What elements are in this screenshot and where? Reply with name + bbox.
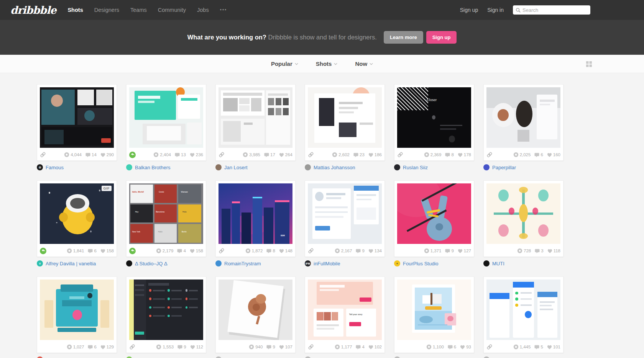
avatar[interactable] <box>37 356 43 358</box>
avatar[interactable] <box>215 164 222 170</box>
avatar[interactable] <box>126 356 132 358</box>
attachment-icon[interactable] <box>308 248 314 254</box>
filter-timeframe-now[interactable]: Now <box>355 60 373 67</box>
author-name-link[interactable]: Balkan Brothers <box>135 165 171 170</box>
filter-shots[interactable]: Shots <box>316 60 338 67</box>
shot-card[interactable]: 2,60223186 <box>305 84 385 161</box>
avatar[interactable] <box>215 260 222 266</box>
avatar[interactable] <box>394 356 400 358</box>
likes-stat[interactable]: 290 <box>100 152 114 157</box>
shot-card[interactable]: 1,0276129 <box>37 276 117 353</box>
nav-community[interactable]: Community <box>158 7 186 13</box>
signin-link[interactable]: Sign in <box>487 7 504 13</box>
views-stat[interactable]: 2,602 <box>332 152 350 157</box>
views-stat[interactable]: 1,177 <box>335 344 352 350</box>
comments-stat[interactable]: 9 <box>356 248 364 253</box>
comments-stat[interactable]: 5 <box>534 345 543 350</box>
likes-stat[interactable]: 107 <box>279 345 292 350</box>
shot-card[interactable]: 1,4455101 <box>483 276 564 353</box>
author-name-link[interactable]: Ruslan Siiz <box>403 165 428 170</box>
likes-stat[interactable]: 101 <box>547 345 560 350</box>
shot-card[interactable]: 1,100693 <box>394 276 474 353</box>
shot-card[interactable]: Hello, World!CześćWarsawHeyBarcelonaHola… <box>126 180 206 257</box>
views-stat[interactable]: 2,179 <box>156 248 174 253</box>
comments-stat[interactable]: 9 <box>266 345 275 350</box>
views-stat[interactable]: 2,369 <box>424 152 442 157</box>
shot-card[interactable]: GIF1,8416158 <box>37 180 117 257</box>
likes-stat[interactable]: 93 <box>460 345 471 350</box>
author-name-link[interactable]: Mattias Johansson <box>314 165 355 170</box>
layout-grid-icon[interactable] <box>586 61 592 69</box>
comments-stat[interactable]: 8 <box>445 152 453 157</box>
nav-designers[interactable]: Designers <box>94 7 119 13</box>
attachment-icon[interactable] <box>219 152 225 158</box>
attachment-icon[interactable] <box>397 152 403 158</box>
comments-stat[interactable]: 4 <box>177 248 186 253</box>
likes-stat[interactable]: 129 <box>100 345 114 350</box>
views-stat[interactable]: 940 <box>249 344 263 350</box>
likes-stat[interactable]: 118 <box>547 248 560 253</box>
comments-stat[interactable]: 6 <box>534 152 543 157</box>
attachment-icon[interactable] <box>308 152 314 158</box>
author-name-link[interactable]: FourPlus Studio <box>403 261 439 266</box>
views-stat[interactable]: 1,371 <box>424 248 442 253</box>
avatar[interactable] <box>483 356 490 358</box>
likes-stat[interactable]: 158 <box>190 248 203 253</box>
shot-card[interactable]: 2,1679134 <box>305 180 385 257</box>
avatar[interactable] <box>126 164 132 170</box>
views-stat[interactable]: 2,167 <box>335 248 352 253</box>
author-name-link[interactable]: Δ Studio–JQ Δ <box>135 261 168 266</box>
avatar[interactable] <box>394 164 400 170</box>
likes-stat[interactable]: 112 <box>190 345 203 350</box>
shot-card[interactable]: 9409107 <box>215 276 296 353</box>
attachment-icon[interactable] <box>308 344 314 350</box>
author-name-link[interactable]: Jan Losert <box>224 165 248 170</box>
comments-stat[interactable]: 14 <box>85 152 97 157</box>
comments-stat[interactable]: 6 <box>88 248 96 253</box>
dribbble-logo[interactable]: dribbble <box>10 4 56 16</box>
shot-card[interactable]: 2,0256160 <box>483 84 564 161</box>
avatar[interactable] <box>215 356 222 358</box>
comments-stat[interactable]: 23 <box>353 152 365 157</box>
filter-popular[interactable]: Popular <box>271 60 298 67</box>
views-stat[interactable]: 1,100 <box>426 344 444 350</box>
views-stat[interactable]: 1,553 <box>156 344 174 350</box>
comments-stat[interactable]: 6 <box>448 345 456 350</box>
views-stat[interactable]: 2,025 <box>513 152 531 157</box>
avatar[interactable]: + <box>394 260 400 266</box>
learn-more-button[interactable]: Learn more <box>384 31 423 44</box>
views-stat[interactable]: 3,985 <box>243 152 260 157</box>
rebound-icon[interactable] <box>129 152 136 158</box>
shot-card[interactable]: 4,04414290 <box>37 84 117 161</box>
shot-card[interactable]: 1,3719127 <box>394 180 474 257</box>
comments-stat[interactable]: 9 <box>177 345 186 350</box>
author-name-link[interactable]: Paperpillar <box>492 165 516 170</box>
avatar[interactable]: ◎ <box>37 164 43 170</box>
nav-shots[interactable]: Shots <box>67 7 83 13</box>
comments-stat[interactable]: 8 <box>266 248 275 253</box>
attachment-icon[interactable] <box>486 344 493 350</box>
views-stat[interactable]: 4,044 <box>64 152 82 157</box>
attachment-icon[interactable] <box>129 344 135 350</box>
hero-signup-button[interactable]: Sign up <box>426 31 457 44</box>
attachment-icon[interactable] <box>219 248 225 254</box>
likes-stat[interactable]: 236 <box>190 152 203 157</box>
comments-stat[interactable]: 13 <box>175 152 186 157</box>
comments-stat[interactable]: 4 <box>356 345 364 350</box>
author-name-link[interactable]: MUTI <box>492 261 504 266</box>
nav-teams[interactable]: Teams <box>130 7 147 13</box>
shot-card[interactable]: Closer2,3698178 <box>394 84 474 161</box>
avatar[interactable] <box>305 164 311 170</box>
shot-card[interactable]: Tell your story1,1774102 <box>305 276 385 353</box>
views-stat[interactable]: 1,841 <box>67 248 84 253</box>
author-name-link[interactable]: Alfrey Davilla | vaneltia <box>46 261 96 266</box>
signup-link[interactable]: Sign up <box>460 7 478 13</box>
rebound-icon[interactable] <box>40 248 46 254</box>
comments-stat[interactable]: 3 <box>535 248 543 253</box>
more-menu-icon[interactable]: ••• <box>220 7 227 13</box>
comments-stat[interactable]: 6 <box>88 345 96 350</box>
author-name-link[interactable]: Famous <box>46 165 64 170</box>
nav-jobs[interactable]: Jobs <box>197 7 209 13</box>
avatar[interactable]: IFM <box>305 260 311 266</box>
shot-card[interactable]: 2,40413236 <box>126 84 206 161</box>
